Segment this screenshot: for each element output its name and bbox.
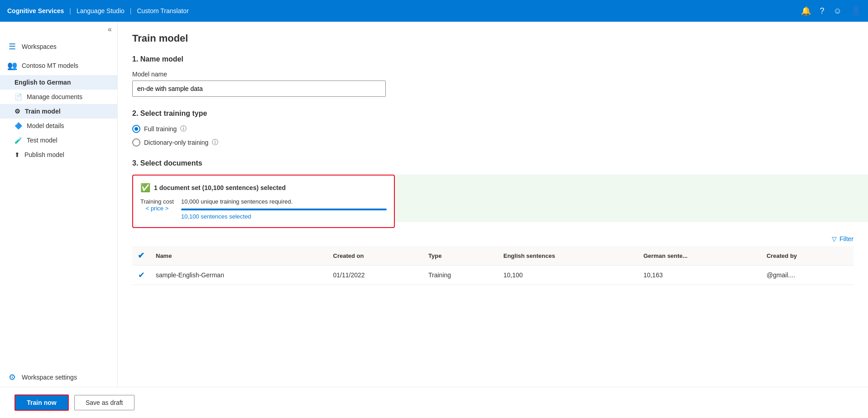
row-name: sample-English-German (150, 266, 328, 285)
doc-selection-header: ✅ 1 document set (10,100 sentences) sele… (140, 183, 387, 193)
sidebar-item-english-german[interactable]: English to German (0, 75, 117, 90)
english-german-label: English to German (14, 79, 71, 86)
doc-selection-body: Training cost < price > 10,000 unique tr… (140, 198, 387, 220)
workspaces-label: Workspaces (22, 43, 57, 50)
sidebar-item-test-model[interactable]: 🧪 Test model (0, 133, 117, 147)
doc-selection-title: 1 document set (10,100 sentences) select… (154, 184, 286, 191)
sidebar-item-workspace-settings[interactable]: ⚙ Workspace settings (0, 368, 117, 387)
radio-dictionary-training-label: Dictionary-only training (144, 139, 208, 146)
training-cost-label: Training cost < price > (140, 198, 174, 212)
sidebar-item-contoso-models[interactable]: 👥 Contoso MT models (0, 56, 117, 75)
row-checkbox-cell[interactable]: ✔ (132, 266, 150, 285)
manage-docs-icon: 📄 (14, 93, 22, 100)
table-header-type: Type (423, 246, 498, 266)
workspace-settings-label: Workspace settings (22, 374, 77, 381)
train-now-button[interactable]: Train now (14, 394, 69, 411)
action-bar: Train now Save as draft (0, 387, 868, 418)
table-header-name: Name (150, 246, 328, 266)
table-header-created-on: Created on (328, 246, 423, 266)
radio-dictionary-training[interactable]: Dictionary-only training ⓘ (132, 138, 854, 147)
save-as-draft-button[interactable]: Save as draft (74, 395, 134, 410)
sidebar: « ☰ Workspaces 👥 Contoso MT models Engli… (0, 22, 118, 387)
dictionary-training-info-icon[interactable]: ⓘ (212, 138, 218, 147)
doc-selected-text: 10,100 sentences selected (181, 213, 387, 220)
custom-translator-link[interactable]: Custom Translator (137, 7, 188, 14)
row-english-sentences: 10,100 (498, 266, 638, 285)
user-icon[interactable]: 👤 (851, 6, 861, 16)
table-row: ✔ sample-English-German 01/11/2022 Train… (132, 266, 854, 285)
sidebar-item-manage-documents[interactable]: 📄 Manage documents (0, 90, 117, 104)
model-name-input[interactable] (132, 81, 386, 97)
table-header-created-by: Created by (761, 246, 854, 266)
section-training-type: 2. Select training type Full training ⓘ … (132, 109, 854, 147)
progress-bar-fill (181, 209, 387, 210)
documents-table: ✔ Name Created on Type English sentences… (132, 246, 854, 285)
doc-required-text: 10,000 unique training sentences require… (181, 198, 387, 205)
model-details-label: Model details (27, 122, 64, 129)
train-model-label: Train model (25, 108, 61, 115)
full-training-info-icon[interactable]: ⓘ (180, 125, 187, 133)
page-title: Train model (132, 33, 854, 44)
filter-row: ▽ Filter (132, 235, 854, 242)
model-name-label: Model name (132, 71, 854, 78)
smiley-icon[interactable]: ☺ (834, 6, 842, 16)
test-model-label: Test model (27, 137, 58, 144)
header-check-icon[interactable]: ✔ (138, 251, 144, 260)
main-content: Train model 1. Name model Model name 2. … (118, 22, 868, 387)
test-model-icon: 🧪 (14, 137, 22, 144)
sidebar-item-train-model[interactable]: ⚙ Train model (0, 104, 117, 119)
doc-selection-area: ✅ 1 document set (10,100 sentences) sele… (132, 175, 854, 228)
radio-full-training[interactable]: Full training ⓘ (132, 125, 854, 133)
publish-model-icon: ⬆ (14, 151, 20, 158)
training-type-group: Full training ⓘ Dictionary-only training… (132, 125, 854, 147)
radio-full-training-label: Full training (144, 125, 177, 133)
doc-sentences-area: 10,000 unique training sentences require… (181, 198, 387, 220)
section2-heading: 2. Select training type (132, 109, 854, 118)
table-header-checkbox: ✔ (132, 246, 150, 266)
brand-label: Cognitive Services (7, 7, 64, 14)
help-icon[interactable]: ? (820, 6, 825, 16)
collapse-sidebar-button[interactable]: « (108, 25, 112, 33)
publish-model-label: Publish model (24, 151, 64, 158)
model-details-icon: 🔷 (14, 122, 22, 129)
table-header-english-sentences: English sentences (498, 246, 638, 266)
train-model-icon: ⚙ (14, 108, 20, 115)
workspace-settings-icon: ⚙ (7, 372, 17, 382)
sidebar-item-workspaces[interactable]: ☰ Workspaces (0, 37, 117, 56)
bell-icon[interactable]: 🔔 (801, 6, 811, 16)
radio-dictionary-training-circle[interactable] (132, 138, 140, 147)
row-created-by: @gmail.... (761, 266, 854, 285)
section1-heading: 1. Name model (132, 55, 854, 63)
sep1: | (69, 7, 71, 14)
section-select-documents: 3. Select documents ✅ 1 document set (10… (132, 159, 854, 285)
sidebar-item-publish-model[interactable]: ⬆ Publish model (0, 147, 117, 162)
sep2: | (130, 7, 132, 14)
filter-button[interactable]: ▽ Filter (832, 235, 854, 242)
manage-docs-label: Manage documents (27, 93, 82, 100)
row-type: Training (423, 266, 498, 285)
doc-selection-box: ✅ 1 document set (10,100 sentences) sele… (132, 175, 395, 228)
progress-bar-container (181, 209, 387, 210)
sidebar-item-model-details[interactable]: 🔷 Model details (0, 119, 117, 133)
top-nav: Cognitive Services | Language Studio | C… (0, 0, 868, 22)
row-check-icon[interactable]: ✔ (138, 271, 145, 280)
filter-icon: ▽ (832, 235, 837, 242)
section3-heading: 3. Select documents (132, 159, 854, 167)
row-created-on: 01/11/2022 (328, 266, 423, 285)
models-icon: 👥 (7, 61, 17, 71)
filter-label: Filter (839, 235, 854, 242)
workspaces-icon: ☰ (7, 42, 17, 52)
models-label: Contoso MT models (22, 62, 78, 69)
table-header-german-sentences: German sente... (638, 246, 761, 266)
row-german-sentences: 10,163 (638, 266, 761, 285)
radio-full-training-circle[interactable] (132, 125, 140, 133)
section-name-model: 1. Name model Model name (132, 55, 854, 97)
language-studio-link[interactable]: Language Studio (77, 7, 125, 14)
check-circle-icon: ✅ (140, 183, 150, 193)
